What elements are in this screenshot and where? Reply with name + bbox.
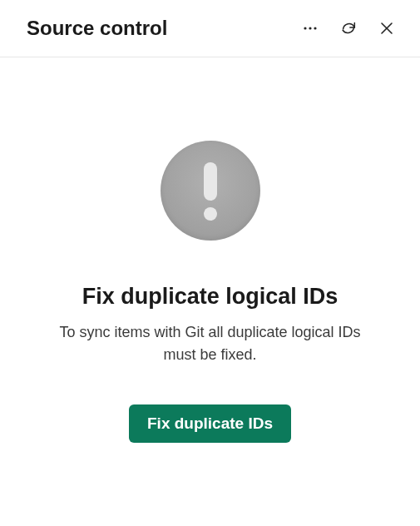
more-options-icon[interactable] (300, 18, 320, 38)
svg-point-6 (204, 207, 217, 221)
empty-state-body: To sync items with Git all duplicate log… (44, 321, 377, 366)
svg-point-2 (314, 27, 316, 29)
panel-title: Source control (27, 17, 167, 40)
alert-icon (161, 141, 260, 241)
empty-state: Fix duplicate logical IDs To sync items … (0, 57, 420, 443)
svg-point-1 (309, 27, 311, 29)
panel-header: Source control (0, 0, 420, 57)
refresh-icon[interactable] (338, 18, 358, 38)
empty-state-title: Fix duplicate logical IDs (82, 284, 338, 310)
svg-rect-5 (204, 162, 217, 201)
fix-duplicate-ids-button[interactable]: Fix duplicate IDs (129, 404, 291, 443)
svg-point-0 (304, 27, 306, 29)
close-icon[interactable] (377, 18, 397, 38)
header-actions (300, 18, 397, 38)
